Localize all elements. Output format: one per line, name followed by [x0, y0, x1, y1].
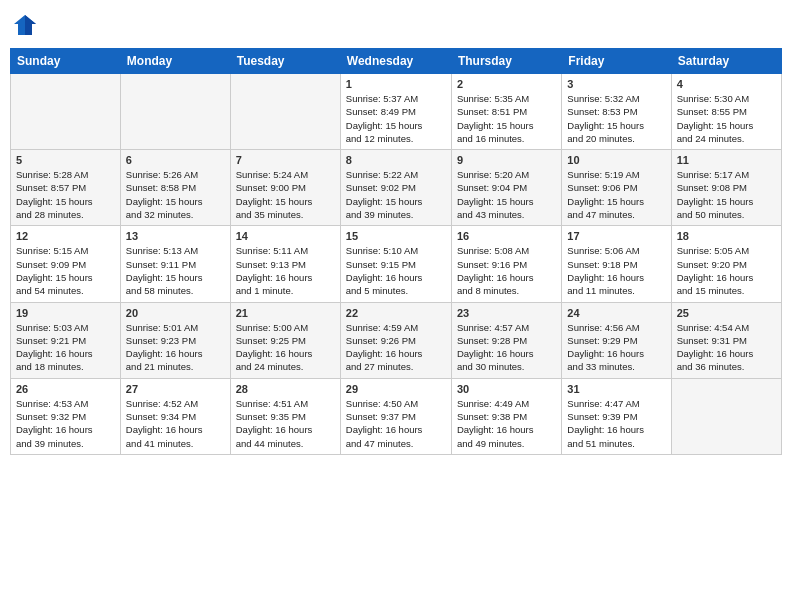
calendar-cell: 4Sunrise: 5:30 AMSunset: 8:55 PMDaylight…: [671, 74, 781, 150]
day-info: Sunrise: 4:57 AMSunset: 9:28 PMDaylight:…: [457, 321, 556, 374]
calendar-cell: 8Sunrise: 5:22 AMSunset: 9:02 PMDaylight…: [340, 150, 451, 226]
calendar-cell: 20Sunrise: 5:01 AMSunset: 9:23 PMDayligh…: [120, 302, 230, 378]
calendar-cell: 10Sunrise: 5:19 AMSunset: 9:06 PMDayligh…: [562, 150, 671, 226]
day-info: Sunrise: 5:26 AMSunset: 8:58 PMDaylight:…: [126, 168, 225, 221]
calendar-cell: [11, 74, 121, 150]
day-info: Sunrise: 5:32 AMSunset: 8:53 PMDaylight:…: [567, 92, 665, 145]
day-info: Sunrise: 4:56 AMSunset: 9:29 PMDaylight:…: [567, 321, 665, 374]
day-info: Sunrise: 5:30 AMSunset: 8:55 PMDaylight:…: [677, 92, 776, 145]
day-number: 6: [126, 154, 225, 166]
calendar-cell: 5Sunrise: 5:28 AMSunset: 8:57 PMDaylight…: [11, 150, 121, 226]
calendar-cell: 31Sunrise: 4:47 AMSunset: 9:39 PMDayligh…: [562, 378, 671, 454]
calendar-cell: 25Sunrise: 4:54 AMSunset: 9:31 PMDayligh…: [671, 302, 781, 378]
day-number: 27: [126, 383, 225, 395]
day-header-saturday: Saturday: [671, 49, 781, 74]
day-number: 28: [236, 383, 335, 395]
day-header-thursday: Thursday: [451, 49, 561, 74]
calendar-cell: 18Sunrise: 5:05 AMSunset: 9:20 PMDayligh…: [671, 226, 781, 302]
calendar-cell: 28Sunrise: 4:51 AMSunset: 9:35 PMDayligh…: [230, 378, 340, 454]
calendar-cell: 1Sunrise: 5:37 AMSunset: 8:49 PMDaylight…: [340, 74, 451, 150]
day-number: 14: [236, 230, 335, 242]
day-header-sunday: Sunday: [11, 49, 121, 74]
day-number: 20: [126, 307, 225, 319]
calendar-cell: 24Sunrise: 4:56 AMSunset: 9:29 PMDayligh…: [562, 302, 671, 378]
day-number: 1: [346, 78, 446, 90]
calendar-cell: 15Sunrise: 5:10 AMSunset: 9:15 PMDayligh…: [340, 226, 451, 302]
day-number: 26: [16, 383, 115, 395]
calendar-week-3: 12Sunrise: 5:15 AMSunset: 9:09 PMDayligh…: [11, 226, 782, 302]
calendar-cell: 7Sunrise: 5:24 AMSunset: 9:00 PMDaylight…: [230, 150, 340, 226]
day-info: Sunrise: 4:53 AMSunset: 9:32 PMDaylight:…: [16, 397, 115, 450]
calendar-cell: 26Sunrise: 4:53 AMSunset: 9:32 PMDayligh…: [11, 378, 121, 454]
calendar-cell: 21Sunrise: 5:00 AMSunset: 9:25 PMDayligh…: [230, 302, 340, 378]
day-info: Sunrise: 5:11 AMSunset: 9:13 PMDaylight:…: [236, 244, 335, 297]
calendar-week-2: 5Sunrise: 5:28 AMSunset: 8:57 PMDaylight…: [11, 150, 782, 226]
calendar-cell: 9Sunrise: 5:20 AMSunset: 9:04 PMDaylight…: [451, 150, 561, 226]
day-header-friday: Friday: [562, 49, 671, 74]
calendar-week-1: 1Sunrise: 5:37 AMSunset: 8:49 PMDaylight…: [11, 74, 782, 150]
day-number: 22: [346, 307, 446, 319]
day-number: 2: [457, 78, 556, 90]
day-info: Sunrise: 5:05 AMSunset: 9:20 PMDaylight:…: [677, 244, 776, 297]
day-number: 30: [457, 383, 556, 395]
day-info: Sunrise: 4:47 AMSunset: 9:39 PMDaylight:…: [567, 397, 665, 450]
day-number: 25: [677, 307, 776, 319]
day-info: Sunrise: 4:49 AMSunset: 9:38 PMDaylight:…: [457, 397, 556, 450]
day-info: Sunrise: 5:08 AMSunset: 9:16 PMDaylight:…: [457, 244, 556, 297]
day-number: 7: [236, 154, 335, 166]
day-number: 18: [677, 230, 776, 242]
day-number: 10: [567, 154, 665, 166]
calendar-cell: 30Sunrise: 4:49 AMSunset: 9:38 PMDayligh…: [451, 378, 561, 454]
calendar-cell: 11Sunrise: 5:17 AMSunset: 9:08 PMDayligh…: [671, 150, 781, 226]
day-info: Sunrise: 5:19 AMSunset: 9:06 PMDaylight:…: [567, 168, 665, 221]
calendar-cell: 22Sunrise: 4:59 AMSunset: 9:26 PMDayligh…: [340, 302, 451, 378]
day-number: 9: [457, 154, 556, 166]
day-number: 15: [346, 230, 446, 242]
day-info: Sunrise: 4:50 AMSunset: 9:37 PMDaylight:…: [346, 397, 446, 450]
calendar-week-5: 26Sunrise: 4:53 AMSunset: 9:32 PMDayligh…: [11, 378, 782, 454]
day-number: 24: [567, 307, 665, 319]
page: SundayMondayTuesdayWednesdayThursdayFrid…: [0, 0, 792, 612]
calendar-table: SundayMondayTuesdayWednesdayThursdayFrid…: [10, 48, 782, 455]
day-number: 23: [457, 307, 556, 319]
day-info: Sunrise: 5:28 AMSunset: 8:57 PMDaylight:…: [16, 168, 115, 221]
calendar-header-row: SundayMondayTuesdayWednesdayThursdayFrid…: [11, 49, 782, 74]
day-number: 8: [346, 154, 446, 166]
day-number: 21: [236, 307, 335, 319]
calendar-cell: 17Sunrise: 5:06 AMSunset: 9:18 PMDayligh…: [562, 226, 671, 302]
day-info: Sunrise: 4:52 AMSunset: 9:34 PMDaylight:…: [126, 397, 225, 450]
calendar-cell: 23Sunrise: 4:57 AMSunset: 9:28 PMDayligh…: [451, 302, 561, 378]
day-number: 31: [567, 383, 665, 395]
day-info: Sunrise: 5:20 AMSunset: 9:04 PMDaylight:…: [457, 168, 556, 221]
header: [10, 10, 782, 40]
calendar-cell: 3Sunrise: 5:32 AMSunset: 8:53 PMDaylight…: [562, 74, 671, 150]
logo-icon: [10, 10, 40, 40]
day-number: 11: [677, 154, 776, 166]
calendar-cell: 16Sunrise: 5:08 AMSunset: 9:16 PMDayligh…: [451, 226, 561, 302]
logo: [10, 10, 44, 40]
day-header-wednesday: Wednesday: [340, 49, 451, 74]
day-number: 12: [16, 230, 115, 242]
day-header-monday: Monday: [120, 49, 230, 74]
day-info: Sunrise: 4:59 AMSunset: 9:26 PMDaylight:…: [346, 321, 446, 374]
day-info: Sunrise: 5:35 AMSunset: 8:51 PMDaylight:…: [457, 92, 556, 145]
day-info: Sunrise: 5:06 AMSunset: 9:18 PMDaylight:…: [567, 244, 665, 297]
calendar-cell: 27Sunrise: 4:52 AMSunset: 9:34 PMDayligh…: [120, 378, 230, 454]
day-number: 29: [346, 383, 446, 395]
day-number: 17: [567, 230, 665, 242]
day-info: Sunrise: 5:00 AMSunset: 9:25 PMDaylight:…: [236, 321, 335, 374]
calendar-cell: 6Sunrise: 5:26 AMSunset: 8:58 PMDaylight…: [120, 150, 230, 226]
day-info: Sunrise: 5:03 AMSunset: 9:21 PMDaylight:…: [16, 321, 115, 374]
day-number: 16: [457, 230, 556, 242]
day-number: 5: [16, 154, 115, 166]
day-info: Sunrise: 5:17 AMSunset: 9:08 PMDaylight:…: [677, 168, 776, 221]
calendar-cell: [671, 378, 781, 454]
calendar-cell: 2Sunrise: 5:35 AMSunset: 8:51 PMDaylight…: [451, 74, 561, 150]
day-info: Sunrise: 5:15 AMSunset: 9:09 PMDaylight:…: [16, 244, 115, 297]
calendar-cell: 14Sunrise: 5:11 AMSunset: 9:13 PMDayligh…: [230, 226, 340, 302]
day-info: Sunrise: 5:01 AMSunset: 9:23 PMDaylight:…: [126, 321, 225, 374]
calendar-cell: [120, 74, 230, 150]
day-number: 4: [677, 78, 776, 90]
day-info: Sunrise: 5:13 AMSunset: 9:11 PMDaylight:…: [126, 244, 225, 297]
day-number: 19: [16, 307, 115, 319]
